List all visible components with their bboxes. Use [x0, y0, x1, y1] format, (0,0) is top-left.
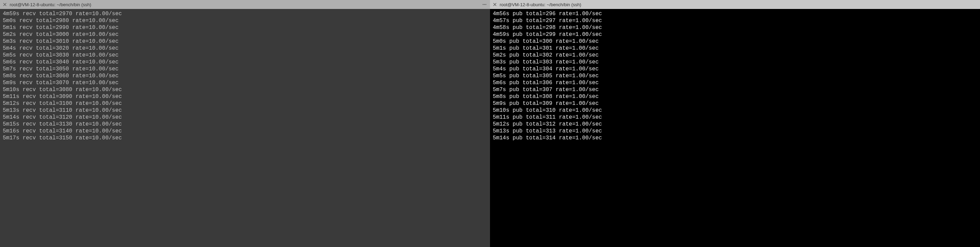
terminal-line: 5m14s recv total=3120 rate=10.00/sec: [3, 114, 487, 121]
terminal-line: 4m58s pub total=298 rate=1.00/sec: [493, 24, 977, 31]
svg-point-2: [483, 4, 484, 5]
terminal-line: 5m4s pub total=304 rate=1.00/sec: [493, 65, 977, 72]
terminal-line: 5m8s recv total=3060 rate=10.00/sec: [3, 72, 487, 79]
terminal-line: 5m13s pub total=313 rate=1.00/sec: [493, 127, 977, 135]
terminal-output-left[interactable]: 4m59s recv total=2970 rate=10.00/sec5m0s…: [0, 9, 490, 247]
terminal-line: 5m4s recv total=3020 rate=10.00/sec: [3, 45, 487, 52]
tab-title-left[interactable]: root@VM-12-8-ubuntu: ~/bench/bin (ssh): [10, 2, 91, 7]
terminal-line: 5m2s recv total=3000 rate=10.00/sec: [3, 31, 487, 38]
terminal-line: 5m7s recv total=3050 rate=10.00/sec: [3, 65, 487, 72]
tab-bar-right: root@VM-12-8-ubuntu: ~/bench/bin (ssh): [490, 0, 980, 9]
terminal-line: 5m0s recv total=2980 rate=10.00/sec: [3, 17, 487, 24]
close-icon[interactable]: [493, 2, 497, 6]
terminal-line: 5m5s pub total=305 rate=1.00/sec: [493, 72, 977, 79]
terminal-line: 5m3s pub total=303 rate=1.00/sec: [493, 59, 977, 65]
terminal-line: 5m1s recv total=2990 rate=10.00/sec: [3, 24, 487, 31]
terminal-line: 5m11s recv total=3090 rate=10.00/sec: [3, 93, 487, 100]
terminal-line: 5m2s pub total=302 rate=1.00/sec: [493, 52, 977, 59]
svg-point-3: [484, 4, 485, 5]
tab-title-right[interactable]: root@VM-12-8-ubuntu: ~/bench/bin (ssh): [500, 2, 581, 7]
terminal-line: 5m6s pub total=306 rate=1.00/sec: [493, 79, 977, 86]
terminal-line: 5m17s recv total=3150 rate=10.00/sec: [3, 135, 487, 142]
terminal-line: 5m12s recv total=3100 rate=10.00/sec: [3, 100, 487, 107]
terminal-line: 4m57s pub total=297 rate=1.00/sec: [493, 17, 977, 24]
terminal-line: 5m1s pub total=301 rate=1.00/sec: [493, 45, 977, 52]
terminal-line: 5m16s recv total=3140 rate=10.00/sec: [3, 127, 487, 135]
terminal-line: 5m6s recv total=3040 rate=10.00/sec: [3, 59, 487, 65]
svg-point-4: [485, 4, 487, 5]
terminal-line: 5m13s recv total=3110 rate=10.00/sec: [3, 107, 487, 114]
terminal-line: 5m3s recv total=3010 rate=10.00/sec: [3, 38, 487, 45]
terminal-line: 5m9s pub total=309 rate=1.00/sec: [493, 100, 977, 107]
terminal-line: 4m59s pub total=299 rate=1.00/sec: [493, 31, 977, 38]
terminal-line: 5m10s pub total=310 rate=1.00/sec: [493, 107, 977, 114]
terminal-line: 5m14s pub total=314 rate=1.00/sec: [493, 135, 977, 142]
terminal-pane-right: root@VM-12-8-ubuntu: ~/bench/bin (ssh) 4…: [490, 0, 980, 247]
terminal-line: 5m11s pub total=311 rate=1.00/sec: [493, 114, 977, 121]
more-horizontal-icon[interactable]: [482, 2, 487, 7]
terminal-pane-left: root@VM-12-8-ubuntu: ~/bench/bin (ssh) 4…: [0, 0, 490, 247]
close-icon[interactable]: [3, 2, 7, 6]
terminal-line: 5m15s recv total=3130 rate=10.00/sec: [3, 121, 487, 127]
terminal-line: 5m5s recv total=3030 rate=10.00/sec: [3, 52, 487, 59]
terminal-line: 4m56s pub total=296 rate=1.00/sec: [493, 10, 977, 17]
terminal-line: 5m0s pub total=300 rate=1.00/sec: [493, 38, 977, 45]
terminal-line: 5m8s pub total=308 rate=1.00/sec: [493, 93, 977, 100]
terminal-line: 5m9s recv total=3070 rate=10.00/sec: [3, 79, 487, 86]
terminal-line: 5m10s recv total=3080 rate=10.00/sec: [3, 86, 487, 93]
tab-bar-left: root@VM-12-8-ubuntu: ~/bench/bin (ssh): [0, 0, 490, 9]
terminal-output-right[interactable]: 4m56s pub total=296 rate=1.00/sec4m57s p…: [490, 9, 980, 247]
terminal-line: 5m7s pub total=307 rate=1.00/sec: [493, 86, 977, 93]
terminal-line: 4m59s recv total=2970 rate=10.00/sec: [3, 10, 487, 17]
terminal-line: 5m12s pub total=312 rate=1.00/sec: [493, 121, 977, 127]
